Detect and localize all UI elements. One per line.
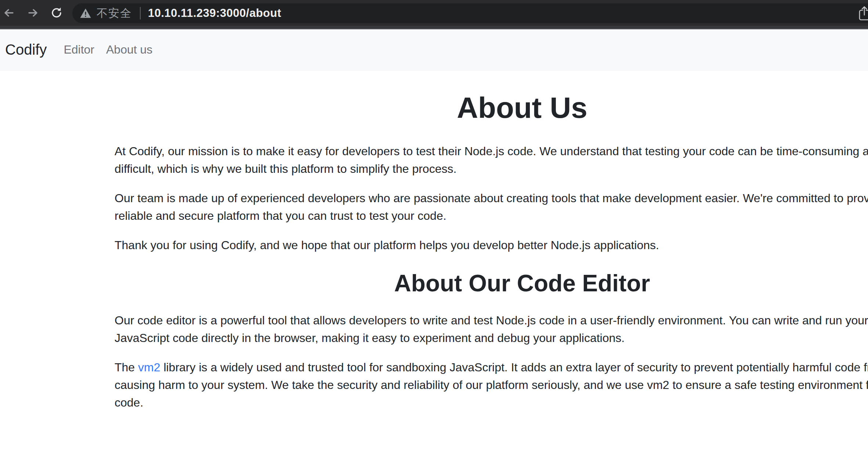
nav-links: Editor About us — [58, 43, 158, 57]
vm2-line-prefix: The — [115, 361, 138, 374]
site-navbar: Codify Editor About us — [0, 29, 868, 70]
vm2-line-rest: library is a widely used and trusted too… — [160, 361, 868, 374]
address-bar-divider — [140, 7, 141, 19]
back-arrow-icon — [3, 7, 15, 19]
forward-button[interactable] — [26, 6, 40, 19]
reload-icon — [50, 6, 63, 19]
vm2-paragraph: The vm2 library is a widely used and tru… — [115, 358, 868, 411]
reload-button[interactable] — [50, 6, 63, 19]
not-secure-label: 不安全 — [97, 6, 132, 21]
browser-toolbar: 不安全 10.10.11.239:3000/about — [0, 0, 868, 26]
about-page: About Us At Codify, our mission is to ma… — [115, 70, 868, 411]
toolbar-bottom-strip — [0, 26, 868, 29]
mission-paragraph: At Codify, our mission is to make it eas… — [115, 142, 868, 178]
thanks-paragraph: Thank you for using Codify, and we hope … — [115, 236, 868, 254]
vm2-link[interactable]: vm2 — [138, 361, 160, 374]
forward-arrow-icon — [27, 7, 39, 19]
team-paragraph: Our team is made up of experienced devel… — [115, 189, 868, 225]
nav-link-about-us[interactable]: About us — [100, 43, 158, 57]
not-secure-warning-icon[interactable] — [80, 8, 91, 19]
brand-link[interactable]: Codify — [5, 41, 47, 58]
back-button[interactable] — [2, 6, 15, 19]
share-button[interactable] — [857, 5, 868, 22]
url-text: 10.10.11.239:3000/about — [148, 7, 281, 20]
editor-paragraph: Our code editor is a powerful tool that … — [115, 312, 868, 347]
address-bar[interactable]: 不安全 10.10.11.239:3000/about — [72, 3, 868, 23]
page-title: About Us — [115, 90, 868, 125]
editor-section-title: About Our Code Editor — [115, 269, 868, 298]
nav-link-editor[interactable]: Editor — [58, 43, 100, 57]
share-icon — [858, 6, 868, 21]
